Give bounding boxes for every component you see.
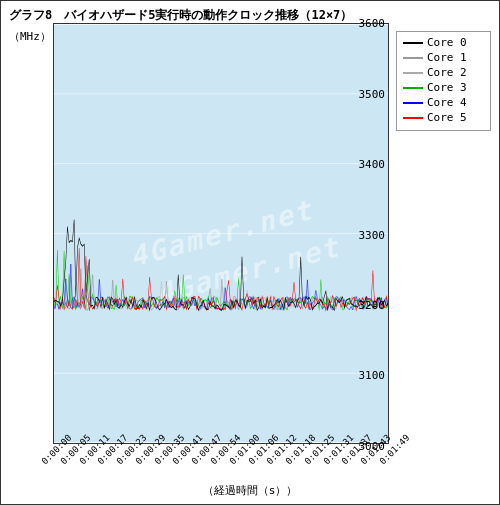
legend-item: Core 4 (403, 96, 484, 109)
legend-color (403, 87, 423, 89)
legend-color (403, 72, 423, 74)
y-label: 3600 (341, 17, 385, 30)
legend-item: Core 3 (403, 81, 484, 94)
chart-title: グラフ8 バイオハザード5実行時の動作クロック推移（12×7） (9, 7, 352, 24)
x-labels-container: 0:00:000:00:050:00:110:00:170:00:230:00:… (53, 444, 389, 464)
legend-label: Core 4 (427, 96, 467, 109)
legend-item: Core 2 (403, 66, 484, 79)
legend-label: Core 2 (427, 66, 467, 79)
legend-color (403, 42, 423, 44)
legend-item: Core 1 (403, 51, 484, 64)
legend-item: Core 0 (403, 36, 484, 49)
legend-label: Core 0 (427, 36, 467, 49)
x-axis-footer: （経過時間（s）） (1, 483, 499, 498)
legend-color (403, 117, 423, 119)
chart-wrapper: グラフ8 バイオハザード5実行時の動作クロック推移（12×7） （MHz） 4G… (0, 0, 500, 505)
legend-label: Core 1 (427, 51, 467, 64)
legend-color (403, 57, 423, 59)
legend: Core 0Core 1Core 2Core 3Core 4Core 5 (396, 31, 491, 131)
legend-label: Core 3 (427, 81, 467, 94)
y-label: 3100 (341, 369, 385, 382)
legend-color (403, 102, 423, 104)
y-axis-label: （MHz） (9, 29, 51, 44)
y-label: 3500 (341, 87, 385, 100)
legend-item: Core 5 (403, 111, 484, 124)
y-label: 3200 (341, 299, 385, 312)
y-label: 3300 (341, 228, 385, 241)
y-label: 3400 (341, 157, 385, 170)
legend-label: Core 5 (427, 111, 467, 124)
chart-area: 4Gamer.net 4Gamer.net (53, 23, 389, 444)
chart-svg (54, 24, 388, 443)
